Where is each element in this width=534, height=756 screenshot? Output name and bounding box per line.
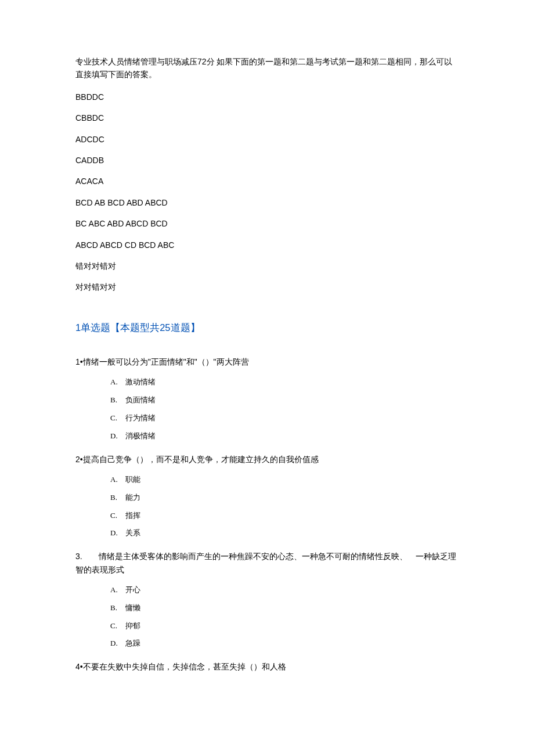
intro-text: 专业技术人员情绪管理与职场减压72分 如果下面的第一题和第二题与考试第一题和第二… bbox=[75, 55, 459, 81]
option-letter: D. bbox=[110, 638, 125, 650]
option-label: 抑郁 bbox=[125, 621, 140, 630]
option-list: A.开心 B.慵懒 C.抑郁 D.急躁 bbox=[75, 584, 459, 650]
option-letter: B. bbox=[110, 394, 125, 406]
section-heading: 1单选题【本题型共25道题】 bbox=[75, 320, 459, 335]
question-text: 3. 情绪是主体受客体的影响而产生的一种焦躁不安的心态、一种急不可耐的情绪性反映… bbox=[75, 550, 459, 576]
option-letter: B. bbox=[110, 602, 125, 614]
option-letter: A. bbox=[110, 376, 125, 388]
answer-line: ADCDC bbox=[75, 133, 459, 146]
answer-line: CADDB bbox=[75, 154, 459, 167]
option-label: 能力 bbox=[125, 493, 140, 502]
option-label: 行为情绪 bbox=[125, 413, 156, 422]
answer-line: 对对错对对 bbox=[75, 280, 459, 293]
answer-line: CBBDC bbox=[75, 111, 459, 124]
option-label: 指挥 bbox=[125, 511, 140, 520]
answer-line: ABCD ABCD CD BCD ABC bbox=[75, 239, 459, 251]
option-label: 急躁 bbox=[125, 639, 140, 647]
option-b: B.负面情绪 bbox=[110, 394, 459, 406]
option-label: 开心 bbox=[125, 585, 140, 594]
option-list: A.激动情绪 B.负面情绪 C.行为情绪 D.消极情绪 bbox=[75, 376, 459, 442]
option-a: A.职能 bbox=[110, 474, 459, 486]
question-1: 1•情绪一般可以分为"正面情绪"和"（）"两大阵营 A.激动情绪 B.负面情绪 … bbox=[75, 355, 459, 442]
option-label: 慵懒 bbox=[125, 603, 140, 612]
option-letter: B. bbox=[110, 492, 125, 504]
answer-line: BCD AB BCD ABD ABCD bbox=[75, 196, 459, 209]
option-label: 关系 bbox=[125, 528, 140, 537]
option-label: 职能 bbox=[125, 475, 140, 484]
answer-line: BC ABC ABD ABCD BCD bbox=[75, 217, 459, 230]
option-b: B.能力 bbox=[110, 492, 459, 504]
answer-line: ACACA bbox=[75, 175, 459, 188]
option-a: A.激动情绪 bbox=[110, 376, 459, 388]
option-c: C.指挥 bbox=[110, 510, 459, 522]
question-3: 3. 情绪是主体受客体的影响而产生的一种焦躁不安的心态、一种急不可耐的情绪性反映… bbox=[75, 550, 459, 650]
option-letter: C. bbox=[110, 412, 125, 424]
option-letter: A. bbox=[110, 474, 125, 486]
option-list: A.职能 B.能力 C.指挥 D.关系 bbox=[75, 474, 459, 539]
option-letter: A. bbox=[110, 584, 125, 596]
question-text: 1•情绪一般可以分为"正面情绪"和"（）"两大阵营 bbox=[75, 355, 459, 368]
option-d: D.急躁 bbox=[110, 638, 459, 650]
option-label: 消极情绪 bbox=[125, 431, 156, 440]
option-letter: D. bbox=[110, 430, 125, 442]
option-label: 激动情绪 bbox=[125, 377, 156, 386]
answer-line: 错对对错对 bbox=[75, 260, 459, 272]
option-d: D.消极情绪 bbox=[110, 430, 459, 442]
option-letter: D. bbox=[110, 527, 125, 539]
option-label: 负面情绪 bbox=[125, 395, 156, 404]
option-letter: C. bbox=[110, 620, 125, 632]
option-d: D.关系 bbox=[110, 527, 459, 539]
option-c: C.行为情绪 bbox=[110, 412, 459, 424]
answers-block: BBDDC CBBDC ADCDC CADDB ACACA BCD AB BCD… bbox=[75, 91, 459, 294]
option-c: C.抑郁 bbox=[110, 620, 459, 632]
option-b: B.慵懒 bbox=[110, 602, 459, 614]
question-2: 2•提高自己竞争（），而不是和人竞争，才能建立持久的自我价值感 A.职能 B.能… bbox=[75, 453, 459, 540]
answer-line: BBDDC bbox=[75, 91, 459, 103]
option-a: A.开心 bbox=[110, 584, 459, 596]
question-text: 4•不要在失败中失掉自信，失掉信念，甚至失掉（）和人格 bbox=[75, 660, 459, 673]
question-text: 2•提高自己竞争（），而不是和人竞争，才能建立持久的自我价值感 bbox=[75, 453, 459, 466]
question-4: 4•不要在失败中失掉自信，失掉信念，甚至失掉（）和人格 bbox=[75, 660, 459, 673]
option-letter: C. bbox=[110, 510, 125, 522]
